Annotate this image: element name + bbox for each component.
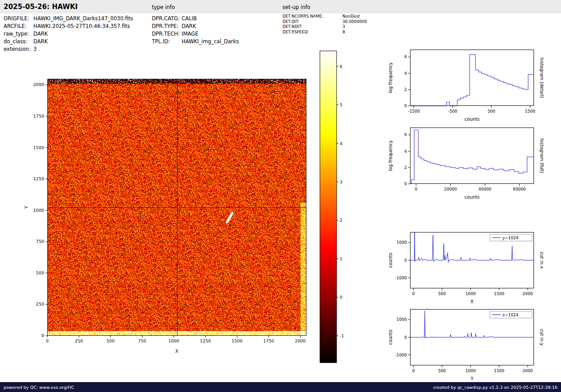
svg-text:1000: 1000 (465, 369, 476, 373)
setup-info-block: DET.NCORRS.NAME:NonDest DET.DIT:30.00000… (283, 14, 367, 35)
info-value: DARK (182, 23, 196, 29)
svg-text:500: 500 (488, 109, 495, 114)
info-value: DARK (33, 31, 48, 37)
svg-text:6: 6 (404, 132, 407, 137)
svg-text:X: X (175, 349, 178, 354)
svg-text:0: 0 (404, 258, 407, 263)
svg-text:1750: 1750 (33, 114, 44, 119)
svg-text:2000: 2000 (33, 82, 44, 87)
info-row: DPR.CATG:CALIB (152, 15, 239, 23)
info-label: DET.RSPEED: (283, 30, 342, 35)
type-info-heading: type info (152, 4, 175, 10)
svg-text:histogram (full): histogram (full) (539, 138, 544, 173)
svg-text:-1: -1 (340, 333, 344, 338)
cut-in-y-plot: 0500100015002000-100001000Ycountscut in … (381, 305, 552, 390)
svg-text:0: 0 (412, 369, 415, 373)
svg-text:40000: 40000 (479, 187, 492, 191)
info-label: TPL.ID: (152, 38, 182, 46)
svg-text:0: 0 (41, 333, 44, 338)
header-bar: 2025-05-26: HAWKI type info set-up info (0, 0, 561, 14)
svg-text:1250: 1250 (200, 338, 211, 343)
info-row: DPR.TECH:IMAGE (152, 30, 239, 38)
svg-text:-1500: -1500 (408, 109, 420, 114)
svg-text:500: 500 (36, 270, 44, 275)
info-label: DPR.TYPE: (152, 23, 182, 30)
info-row: raw_type:DARK (4, 30, 133, 38)
svg-text:0: 0 (415, 187, 418, 191)
svg-text:0: 0 (404, 182, 407, 186)
svg-text:0: 0 (404, 335, 407, 340)
info-value: HAWKI.2025-05-27T10:46:34.357.fits (33, 23, 130, 29)
svg-text:500: 500 (106, 338, 114, 343)
svg-text:5: 5 (340, 102, 342, 107)
info-value: IMAGE (182, 31, 198, 37)
info-value: CALIB (182, 15, 197, 22)
info-label: raw_type: (4, 30, 33, 38)
svg-text:1000: 1000 (33, 208, 44, 213)
svg-text:4: 4 (404, 71, 407, 76)
info-label: extension: (4, 46, 33, 53)
svg-text:60000: 60000 (513, 187, 526, 191)
info-row: DET.NDIT:3 (283, 24, 367, 30)
info-label: DPR.TECH: (152, 30, 182, 38)
svg-text:0: 0 (412, 292, 415, 296)
svg-text:0: 0 (340, 295, 342, 300)
svg-text:4: 4 (404, 149, 407, 154)
info-value: 30.0000000 (342, 19, 367, 24)
svg-text:1000: 1000 (169, 338, 179, 343)
svg-text:log frequency: log frequency (388, 140, 393, 171)
svg-text:x=1024: x=1024 (502, 313, 519, 317)
svg-text:2000: 2000 (523, 292, 533, 296)
info-row: DET.NCORRS.NAME:NonDest (283, 14, 367, 19)
svg-text:-1000: -1000 (395, 353, 407, 357)
file-info-block: ORIGFILE:HAWKI_IMG_DARK_Darks147_0030.fi… (4, 15, 133, 53)
svg-text:1000: 1000 (397, 240, 407, 245)
svg-text:1500: 1500 (232, 338, 242, 343)
page-title: 2025-05-26: HAWKI (4, 3, 78, 11)
svg-text:4: 4 (340, 141, 342, 146)
info-value: HAWKI_IMG_DARK_Darks147_0030.fits (33, 15, 133, 22)
svg-text:1000: 1000 (465, 292, 476, 296)
svg-text:6: 6 (404, 55, 407, 59)
info-label: DET.NDIT: (283, 24, 342, 30)
svg-text:cut in y: cut in y (539, 329, 544, 346)
svg-text:2000: 2000 (523, 369, 533, 373)
svg-text:6: 6 (340, 64, 342, 69)
svg-text:histogram (detail): histogram (detail) (539, 58, 544, 98)
cut-in-x-plot: 0500100015002000-100001000Xcountscut in … (381, 228, 552, 313)
svg-text:1500: 1500 (494, 369, 504, 373)
svg-text:-500: -500 (448, 109, 457, 114)
info-value: NonDest (342, 14, 360, 18)
colorbar: 6543210-1 (315, 47, 358, 369)
svg-text:750: 750 (138, 338, 146, 343)
setup-info-heading: set-up info (283, 4, 310, 10)
svg-text:1500: 1500 (525, 109, 535, 114)
info-row: extension:3 (4, 46, 133, 53)
svg-text:2: 2 (340, 218, 342, 223)
info-row: DPR.TYPE:DARK (152, 23, 239, 30)
type-info-block: DPR.CATG:CALIB DPR.TYPE:DARK DPR.TECH:IM… (152, 15, 239, 46)
svg-text:2000: 2000 (295, 338, 306, 343)
info-value: 3 (33, 46, 36, 52)
dark-frame-image (47, 79, 306, 336)
info-value: HAWKI_img_cal_Darks (182, 38, 239, 45)
svg-text:X: X (470, 299, 474, 304)
svg-text:500: 500 (438, 292, 446, 296)
svg-text:Y: Y (470, 376, 474, 381)
svg-text:1000: 1000 (397, 317, 407, 322)
svg-text:-1000: -1000 (395, 276, 407, 280)
info-label: ORIGFILE: (4, 15, 33, 23)
qc-report-page: 2025-05-26: HAWKI type info set-up info … (0, 0, 561, 392)
svg-text:Y: Y (24, 205, 29, 209)
info-row: ORIGFILE:HAWKI_IMG_DARK_Darks147_0030.fi… (4, 15, 133, 23)
footer-bar: powered by QC: www.eso.org/HC created by… (0, 382, 561, 392)
info-row: ARCFILE:HAWKI.2025-05-27T10:46:34.357.fi… (4, 23, 133, 30)
info-row: TPL.ID:HAWKI_img_cal_Darks (152, 38, 239, 46)
histogram-full-plot: 02000040000600000246countslog frequencyh… (381, 123, 552, 209)
svg-text:1500: 1500 (494, 292, 504, 296)
svg-text:counts: counts (388, 253, 393, 268)
svg-text:500: 500 (438, 369, 446, 373)
info-label: DPR.CATG: (152, 15, 182, 23)
svg-text:1250: 1250 (33, 176, 44, 181)
svg-text:250: 250 (36, 301, 44, 306)
